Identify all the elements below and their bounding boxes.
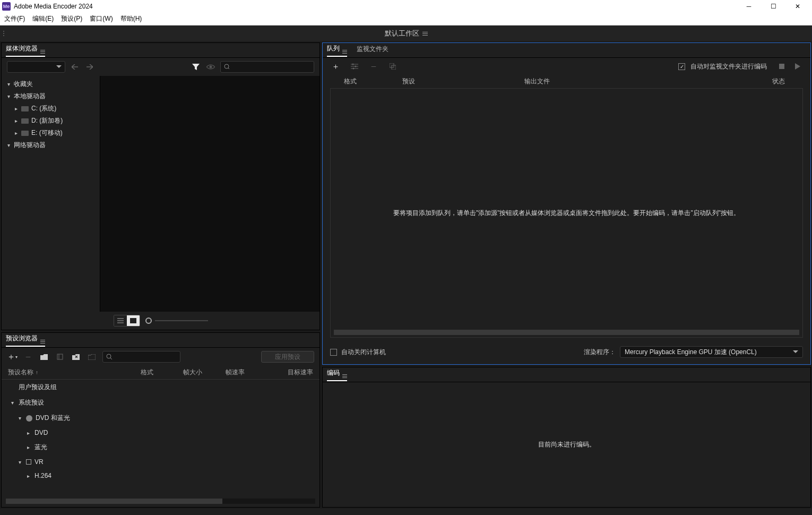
remove-item-button[interactable]: ─ <box>368 61 379 72</box>
tree-local-drives[interactable]: ▾本地驱动器 <box>2 90 100 102</box>
preset-row-dvd-bluray[interactable]: ▾DVD 和蓝光 <box>2 410 319 426</box>
tab-media-browser[interactable]: 媒体浏览器 <box>6 44 45 57</box>
visibility-icon[interactable] <box>205 62 216 72</box>
nav-forward-button[interactable] <box>84 62 95 72</box>
export-preset-button[interactable] <box>87 351 97 362</box>
col-preset-name[interactable]: 预设名称 <box>8 368 33 377</box>
col-target-rate[interactable]: 目标速率 <box>263 368 313 377</box>
svg-line-2 <box>228 68 230 70</box>
renderer-label: 渲染程序： <box>584 348 616 357</box>
workspace-name[interactable]: 默认工作区 <box>385 29 419 38</box>
list-view-button[interactable] <box>114 315 127 326</box>
preset-row-dvd[interactable]: ▸DVD <box>2 426 319 440</box>
preset-settings-button[interactable] <box>55 351 65 362</box>
col-q-status[interactable]: 状态 <box>757 77 800 86</box>
nav-back-button[interactable] <box>70 62 80 72</box>
svg-rect-7 <box>57 354 63 359</box>
auto-shutdown-checkbox[interactable] <box>330 349 337 356</box>
tree-favorites[interactable]: ▾收藏夹 <box>2 78 100 90</box>
tab-preset-browser-label: 预设浏览器 <box>6 334 38 342</box>
menu-edit[interactable]: 编辑(E) <box>32 14 54 23</box>
svg-line-10 <box>110 358 112 359</box>
start-queue-button[interactable] <box>792 61 803 72</box>
preset-row-h264[interactable]: ▸H.264 <box>2 469 319 483</box>
menu-window[interactable]: 窗口(W) <box>90 14 113 23</box>
preset-hscroll[interactable] <box>6 499 315 504</box>
drive-icon <box>21 118 29 124</box>
vr-icon <box>26 459 31 465</box>
encode-idle-text: 目前尚未进行编码。 <box>538 440 595 449</box>
tab-queue[interactable]: 队列 <box>327 44 347 57</box>
menu-preset[interactable]: 预设(P) <box>61 14 82 23</box>
media-content-view[interactable] <box>100 76 319 312</box>
tab-watch-folders[interactable]: 监视文件夹 <box>357 45 388 56</box>
preset-row-user-group[interactable]: 用户预设及组 <box>2 380 319 395</box>
app-title: Adobe Media Encoder 2024 <box>14 3 93 10</box>
zoom-slider[interactable] <box>145 317 208 324</box>
menu-file[interactable]: 文件(F) <box>4 14 25 23</box>
col-q-format[interactable]: 格式 <box>333 77 402 86</box>
queue-empty-hint: 要将项目添加到队列，请单击"添加源"按钮或者从媒体浏览器或桌面将文件拖到此处。要… <box>393 209 740 218</box>
disc-icon <box>26 415 32 422</box>
col-q-output[interactable]: 输出文件 <box>524 77 757 86</box>
add-preset-button[interactable]: ＋▾ <box>7 351 18 362</box>
panel-menu-icon[interactable] <box>342 50 347 54</box>
new-group-button[interactable] <box>39 351 49 362</box>
renderer-value: Mercury Playback Engine GPU 加速 (OpenCL) <box>625 348 757 357</box>
auto-encode-checkbox[interactable] <box>678 63 685 70</box>
panel-menu-icon[interactable] <box>40 50 45 54</box>
renderer-dropdown[interactable]: Mercury Playback Engine GPU 加速 (OpenCL) <box>620 346 803 358</box>
col-frame-size[interactable]: 帧大小 <box>183 368 226 377</box>
tree-network-drives[interactable]: ▾网络驱动器 <box>2 139 100 151</box>
workspace-menu-icon[interactable] <box>422 32 428 36</box>
add-source-button[interactable]: ＋ <box>330 61 341 72</box>
tab-encode[interactable]: 编码 <box>327 368 347 381</box>
workspace-bar: 默认工作区 <box>0 25 812 41</box>
col-frame-rate[interactable]: 帧速率 <box>226 368 263 377</box>
queue-columns-header: 格式 预设 输出文件 状态 <box>323 75 810 88</box>
preset-row-system[interactable]: ▾系统预设 <box>2 395 319 410</box>
svg-point-1 <box>224 64 229 68</box>
preset-row-vr[interactable]: ▾VR <box>2 455 319 469</box>
apply-preset-button[interactable]: 应用预设 <box>261 351 314 363</box>
import-preset-button[interactable] <box>71 351 81 362</box>
preset-search-input[interactable] <box>114 354 177 360</box>
queue-hscroll[interactable] <box>334 330 799 335</box>
close-button[interactable]: ✕ <box>785 0 810 13</box>
encode-status-area: 目前尚未进行编码。 <box>323 382 810 507</box>
duplicate-button[interactable] <box>387 61 398 72</box>
tab-media-browser-label: 媒体浏览器 <box>6 45 38 52</box>
stop-queue-button[interactable] <box>776 61 787 72</box>
filter-icon[interactable] <box>191 62 201 72</box>
queue-drop-area[interactable]: 要将项目添加到队列，请单击"添加源"按钮或者从媒体浏览器或桌面将文件拖到此处。要… <box>330 88 803 338</box>
col-format[interactable]: 格式 <box>141 368 183 377</box>
preset-row-bluray[interactable]: ▸蓝光 <box>2 440 319 455</box>
tab-preset-browser[interactable]: 预设浏览器 <box>6 334 45 347</box>
svg-point-0 <box>209 66 212 68</box>
queue-panel: 队列 监视文件夹 ＋ ─ 自动对监视文件 <box>322 42 811 365</box>
auto-shutdown-label: 自动关闭计算机 <box>341 348 386 357</box>
chevron-down-icon <box>793 350 798 354</box>
tree-drive-c[interactable]: ▸C: (系统) <box>2 102 100 115</box>
tree-drive-d[interactable]: ▸D: (新加卷) <box>2 115 100 127</box>
tree-drive-e[interactable]: ▸E: (可移动) <box>2 127 100 139</box>
remove-preset-button[interactable]: ─ <box>23 351 33 362</box>
auto-encode-label: 自动对监视文件夹进行编码 <box>690 62 767 71</box>
queue-settings-button[interactable] <box>349 61 360 72</box>
svg-point-14 <box>352 64 354 65</box>
grip-icon <box>3 31 4 36</box>
panel-menu-icon[interactable] <box>342 374 347 378</box>
maximize-button[interactable]: ☐ <box>761 0 785 13</box>
media-search[interactable] <box>220 61 315 73</box>
menu-bar: 文件(F) 编辑(E) 预设(P) 窗口(W) 帮助(H) <box>0 13 812 25</box>
path-dropdown[interactable] <box>7 61 65 73</box>
media-search-input[interactable] <box>231 64 310 70</box>
media-tree[interactable]: ▾收藏夹 ▾本地驱动器 ▸C: (系统) ▸D: (新加卷) ▸E: (可移动)… <box>2 76 100 312</box>
preset-list[interactable]: 用户预设及组 ▾系统预设 ▾DVD 和蓝光 ▸DVD ▸蓝光 ▾VR ▸H.26… <box>2 380 319 497</box>
menu-help[interactable]: 帮助(H) <box>120 14 142 23</box>
preset-search[interactable] <box>102 351 180 363</box>
thumbnail-view-button[interactable] <box>127 315 140 326</box>
col-q-preset[interactable]: 预设 <box>402 77 524 86</box>
panel-menu-icon[interactable] <box>40 340 45 344</box>
minimize-button[interactable]: ─ <box>737 0 761 13</box>
